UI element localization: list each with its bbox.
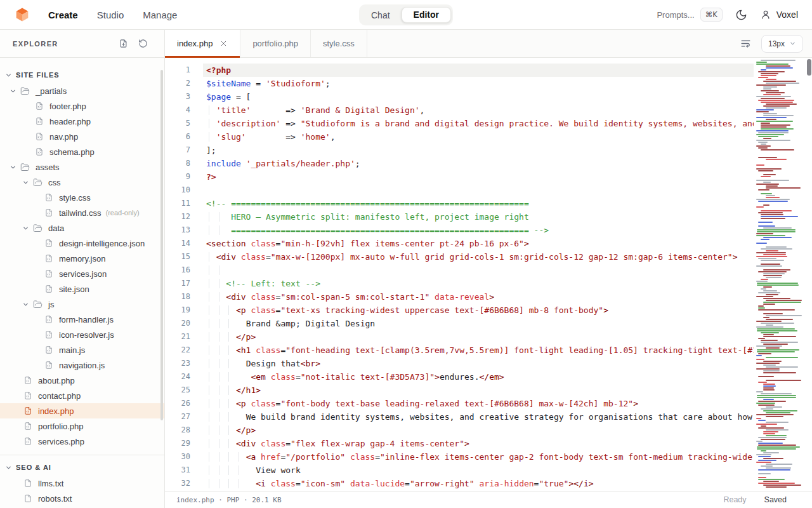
code-line-9[interactable]: 9?> — [165, 170, 754, 184]
code-line-15[interactable]: 15 <div class="max-w-[1200px] mx-auto w-… — [165, 250, 754, 264]
tree-file-tailwind.css[interactable]: tailwind.css(read-only) — [0, 205, 164, 220]
chevron-down-icon — [10, 88, 16, 95]
code-line-10[interactable]: 10 — [165, 184, 754, 197]
code-line-2[interactable]: 2$siteName = 'Studioform'; — [165, 77, 754, 90]
theme-toggle-button[interactable] — [735, 9, 747, 21]
tree-folder--partials[interactable]: _partials — [0, 83, 164, 98]
tree-file-footer.php[interactable]: footer.php — [0, 98, 164, 114]
tree-file-services.php[interactable]: services.php — [0, 434, 164, 449]
tree-file-header.php[interactable]: header.php — [0, 114, 164, 129]
code-line-11[interactable]: 11<!-- =================================… — [165, 197, 754, 210]
code-line-6[interactable]: 6 'slug' => 'home', — [165, 130, 754, 144]
tree-file-design-intelligence.json[interactable]: design-intelligence.json — [0, 236, 164, 251]
mode-option-editor[interactable]: Editor — [402, 7, 451, 23]
code-line-22[interactable]: 22 <h1 class="font-heading text-[clamp(3… — [165, 344, 754, 357]
code-line-8[interactable]: 8include '_partials/header.php'; — [165, 157, 754, 170]
tree-file-main.js[interactable]: main.js — [0, 342, 164, 358]
code-line-1[interactable]: 1<?php — [165, 64, 754, 77]
code-line-4[interactable]: 4 'title' => 'Brand & Digital Design', — [165, 104, 754, 117]
nav-item-create[interactable]: Create — [48, 10, 78, 20]
tree-file-robots.txt[interactable]: robots.txt — [0, 491, 164, 503]
new-file-button[interactable] — [119, 39, 128, 48]
prompts-button[interactable]: Prompts... ⌘K — [657, 8, 722, 22]
minimap-line — [761, 75, 776, 76]
user-menu[interactable]: Voxel — [760, 9, 798, 20]
line-number: 18 — [165, 290, 190, 304]
tree-folder-data[interactable]: data — [0, 220, 164, 236]
code-line-30[interactable]: 30 <a href="/portfolio" class="inline-fl… — [165, 450, 754, 464]
code-line-16[interactable]: 16 — [165, 264, 754, 277]
minimap-line — [763, 298, 790, 299]
tree-file-site.json[interactable]: site.json — [0, 281, 164, 297]
code-line-17[interactable]: 17 <!-- Left: text --> — [165, 277, 754, 290]
tree-section-seo-ai[interactable]: SEO & AI — [0, 459, 164, 476]
tree-file-nav.php[interactable]: nav.php — [0, 129, 164, 144]
tab-index.php[interactable]: index.php — [165, 30, 240, 57]
word-wrap-button[interactable] — [740, 38, 751, 49]
nav-item-studio[interactable]: Studio — [97, 10, 124, 20]
tree-folder-css[interactable]: css — [0, 175, 164, 190]
indent-guide — [228, 359, 229, 368]
code-line-21[interactable]: 21 </p> — [165, 330, 754, 344]
sidebar-scrollbar[interactable] — [160, 70, 163, 420]
minimap-line — [756, 168, 782, 170]
code-line-31[interactable]: 31 View work — [165, 464, 754, 477]
editor-scrollbar[interactable] — [807, 59, 811, 76]
tree-file-llms.txt[interactable]: llms.txt — [0, 476, 164, 491]
code-line-20[interactable]: 20 Brand &amp; Digital Design — [165, 317, 754, 330]
tree-file-schema.php[interactable]: schema.php — [0, 144, 164, 159]
code-line-23[interactable]: 23 Design that<br> — [165, 357, 754, 370]
minimap-line — [756, 252, 786, 253]
code-line-26[interactable]: 26 <p class="font-body text-base leading… — [165, 397, 754, 410]
code-line-27[interactable]: 27 We build brand identity systems, webs… — [165, 410, 754, 424]
tree-section-site-files[interactable]: SITE FILES — [0, 67, 164, 83]
tree-file-navigation.js[interactable]: navigation.js — [0, 358, 164, 373]
app-logo[interactable] — [14, 6, 30, 23]
code-line-28[interactable]: 28 </p> — [165, 424, 754, 437]
minimap-line — [763, 115, 794, 116]
tree-file-form-handler.js[interactable]: form-handler.js — [0, 312, 164, 327]
minimap-line — [766, 357, 798, 358]
code-editor[interactable]: 1<?php2$siteName = 'Studioform';3$page =… — [165, 58, 754, 491]
code-line-13[interactable]: 13 =====================================… — [165, 224, 754, 237]
minimap-line — [756, 391, 763, 392]
minimap-line — [766, 464, 792, 465]
tab-style.css[interactable]: style.css — [311, 30, 367, 57]
refresh-button[interactable] — [138, 39, 148, 48]
font-size-select[interactable]: 13px — [761, 35, 803, 53]
code-line-3[interactable]: 3$page = [ — [165, 90, 754, 104]
chevron-down-icon — [22, 301, 29, 308]
code-line-12[interactable]: 12 HERO — Asymmetric split: manifesto le… — [165, 210, 754, 224]
tab-portfolio.php[interactable]: portfolio.php — [240, 30, 311, 57]
tree-file-about.php[interactable]: about.php — [0, 373, 164, 388]
mode-option-chat[interactable]: Chat — [361, 8, 400, 23]
tree-file-icon-resolver.js[interactable]: icon-resolver.js — [0, 327, 164, 342]
code-line-29[interactable]: 29 <div class="flex flex-wrap gap-4 item… — [165, 437, 754, 450]
minimap[interactable] — [755, 58, 804, 491]
minimap-line — [756, 130, 789, 131]
tree-file-contact.php[interactable]: contact.php — [0, 388, 164, 403]
code-line-19[interactable]: 19 <p class="text-xs tracking-widest upp… — [165, 304, 754, 317]
tree-file-index.php[interactable]: index.php — [0, 403, 164, 418]
tree-file-portfolio.php[interactable]: portfolio.php — [0, 418, 164, 434]
tree-file-style.css[interactable]: style.css — [0, 190, 164, 205]
code-line-24[interactable]: 24 <em class="not-italic text-[#3D5A73]"… — [165, 370, 754, 384]
code-line-14[interactable]: 14<section class="min-h-[92vh] flex item… — [165, 237, 754, 250]
code-line-32[interactable]: 32 <i class="icon-sm" data-lucide="arrow… — [165, 477, 754, 490]
file-icon — [23, 437, 32, 446]
code-line-25[interactable]: 25 </h1> — [165, 384, 754, 397]
line-number: 9 — [165, 170, 190, 184]
code-line-18[interactable]: 18 <div class="sm:col-span-5 sm:col-star… — [165, 290, 754, 304]
tree-file-services.json[interactable]: services.json — [0, 266, 164, 281]
minimap-line — [763, 361, 782, 362]
nav-item-manage[interactable]: Manage — [143, 10, 177, 20]
tree-folder-js[interactable]: js — [0, 297, 164, 312]
code-line-5[interactable]: 5 'description' => "Studioform is a bran… — [165, 117, 754, 130]
tree-file-memory.json[interactable]: memory.json — [0, 251, 164, 266]
close-tab-button[interactable] — [219, 39, 228, 48]
code-line-7[interactable]: 7]; — [165, 144, 754, 157]
indent-guide — [219, 399, 219, 408]
line-number: 19 — [165, 304, 190, 317]
line-number: 10 — [165, 184, 190, 197]
tree-folder-assets[interactable]: assets — [0, 159, 164, 175]
